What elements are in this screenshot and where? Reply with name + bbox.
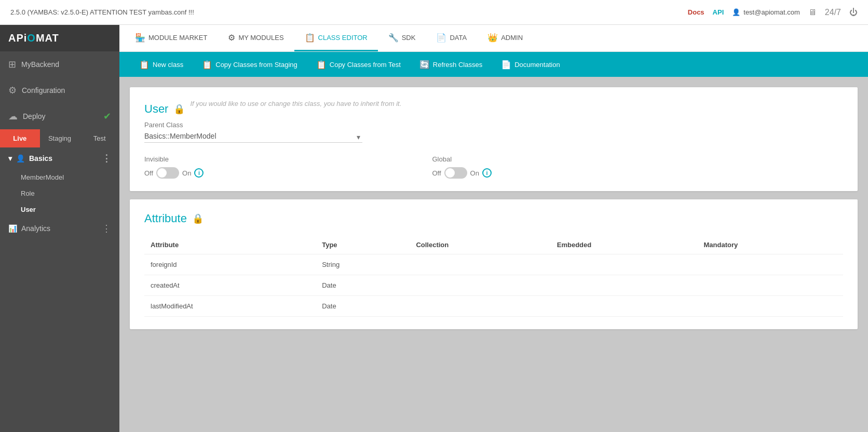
data-icon: 📄 bbox=[436, 33, 446, 43]
power-icon[interactable]: ⏻ bbox=[849, 8, 858, 17]
env-tabs: Live Staging Test bbox=[0, 129, 119, 147]
env-tab-live[interactable]: Live bbox=[0, 129, 40, 147]
page-content: User 🔒 If you would like to use or chang… bbox=[119, 77, 868, 432]
table-header-row: Attribute Type Collection Embedded Manda… bbox=[144, 236, 843, 254]
copy-classes-from-test-button[interactable]: 📋 Copy Classes from Test bbox=[307, 52, 410, 77]
invisible-toggle-control: Off On i bbox=[144, 167, 204, 179]
lock-icon: 🔒 bbox=[173, 103, 185, 115]
cell-last-modified-type: Date bbox=[316, 296, 410, 317]
sidebar-item-mybackend[interactable]: ⊞ MyBackend bbox=[0, 51, 119, 77]
table-row: createdAt Date bbox=[144, 275, 843, 296]
copy-staging-icon: 📋 bbox=[202, 60, 212, 70]
main-content: 🏪 MODULE MARKET ⚙ MY MODULES 📋 CLASS EDI… bbox=[119, 25, 868, 432]
mybackend-icon: ⊞ bbox=[8, 59, 16, 70]
global-off-label: Off bbox=[432, 169, 441, 177]
logo-text: APiOMAT bbox=[8, 32, 59, 44]
sidebar-item-analytics[interactable]: 📊 Analytics ⋮ bbox=[0, 218, 119, 239]
cell-foreign-id-embedded bbox=[551, 254, 698, 275]
new-class-icon: 📋 bbox=[139, 60, 150, 70]
deploy-icon: ☁ bbox=[8, 111, 18, 122]
copy-classes-from-staging-button[interactable]: 📋 Copy Classes from Staging bbox=[193, 52, 307, 77]
global-on-label: On bbox=[470, 169, 479, 177]
class-editor-icon: 📋 bbox=[305, 33, 315, 43]
sidebar-sub-item-user[interactable]: User bbox=[0, 201, 119, 218]
top-bar: 2.5.0 (YAMBAS: v2.5.0-E) ATTENTION TEST … bbox=[0, 0, 868, 25]
support-icon[interactable]: 24/7 bbox=[825, 8, 841, 17]
cell-last-modified: lastModifiedAt bbox=[144, 296, 316, 317]
attribute-title: Attribute bbox=[144, 212, 187, 225]
configuration-icon: ⚙ bbox=[8, 85, 17, 96]
sidebar-item-configuration[interactable]: ⚙ Configuration bbox=[0, 77, 119, 103]
refresh-classes-button[interactable]: 🔄 Refresh Classes bbox=[410, 52, 492, 77]
documentation-icon: 📄 bbox=[501, 60, 511, 70]
global-toggle-control: Off On i bbox=[432, 167, 491, 179]
col-attribute: Attribute bbox=[144, 236, 316, 254]
cell-foreign-id-collection bbox=[410, 254, 550, 275]
invisible-toggle-switch[interactable] bbox=[156, 167, 179, 179]
cell-last-modified-mandatory bbox=[698, 296, 843, 317]
toggle-row: Invisible Off On i Global Off bbox=[144, 155, 843, 179]
user-title: User bbox=[144, 102, 168, 116]
admin-icon: 👑 bbox=[487, 33, 498, 43]
user-icon: 👤 bbox=[732, 8, 740, 16]
global-toggle-group: Global Off On i bbox=[432, 155, 491, 179]
tab-sdk[interactable]: 🔧 SDK bbox=[378, 25, 426, 51]
tab-data[interactable]: 📄 DATA bbox=[426, 25, 477, 51]
sidebar: APiOMAT ⊞ MyBackend ⚙ Configuration ☁ De… bbox=[0, 25, 119, 432]
sidebar-sub-item-membermodel[interactable]: MemberModel bbox=[0, 169, 119, 185]
sidebar-sub-item-role[interactable]: Role bbox=[0, 185, 119, 201]
cell-created-at-mandatory bbox=[698, 275, 843, 296]
cell-foreign-id-type: String bbox=[316, 254, 410, 275]
attribute-table-header: Attribute Type Collection Embedded Manda… bbox=[144, 236, 843, 254]
layout: APiOMAT ⊞ MyBackend ⚙ Configuration ☁ De… bbox=[0, 25, 868, 432]
cell-created-at-collection bbox=[410, 275, 550, 296]
tab-admin[interactable]: 👑 ADMIN bbox=[477, 25, 533, 51]
cell-created-at-embedded bbox=[551, 275, 698, 296]
table-row: lastModifiedAt Date bbox=[144, 296, 843, 317]
parent-class-select-wrapper: Basics::MemberModel ▾ bbox=[144, 132, 362, 143]
env-tab-test[interactable]: Test bbox=[79, 129, 119, 147]
documentation-button[interactable]: 📄 Documentation bbox=[492, 52, 569, 77]
attribute-table-body: foreignId String createdAt Date bbox=[144, 254, 843, 317]
col-mandatory: Mandatory bbox=[698, 236, 843, 254]
cell-foreign-id-mandatory bbox=[698, 254, 843, 275]
global-info-icon[interactable]: i bbox=[482, 168, 492, 178]
user-card-title: User 🔒 If you would like to use or chang… bbox=[144, 100, 843, 118]
nav-tabs: 🏪 MODULE MARKET ⚙ MY MODULES 📋 CLASS EDI… bbox=[119, 25, 868, 52]
sidebar-section-basics[interactable]: ▾ 👤 Basics ⋮ bbox=[0, 147, 119, 169]
parent-class-select[interactable]: Basics::MemberModel bbox=[144, 132, 362, 140]
user-subtitle: If you would like to use or change this … bbox=[190, 100, 401, 107]
cell-last-modified-embedded bbox=[551, 296, 698, 317]
notifications-icon[interactable]: 🖥 bbox=[808, 8, 817, 17]
tab-class-editor[interactable]: 📋 CLASS EDITOR bbox=[294, 25, 378, 51]
analytics-icon: 📊 bbox=[8, 224, 17, 233]
invisible-toggle-group: Invisible Off On i bbox=[144, 155, 204, 179]
tab-my-modules[interactable]: ⚙ MY MODULES bbox=[218, 25, 294, 51]
invisible-info-icon[interactable]: i bbox=[194, 168, 204, 178]
tab-module-market[interactable]: 🏪 MODULE MARKET bbox=[125, 25, 218, 51]
cell-created-at: createdAt bbox=[144, 275, 316, 296]
col-type: Type bbox=[316, 236, 410, 254]
toolbar: 📋 New class 📋 Copy Classes from Staging … bbox=[119, 52, 868, 77]
new-class-button[interactable]: 📋 New class bbox=[130, 52, 193, 77]
attribute-table: Attribute Type Collection Embedded Manda… bbox=[144, 236, 843, 317]
basics-more-icon[interactable]: ⋮ bbox=[102, 153, 111, 164]
env-tab-staging[interactable]: Staging bbox=[40, 129, 80, 147]
deploy-check-icon: ✔ bbox=[103, 111, 111, 122]
version-title: 2.5.0 (YAMBAS: v2.5.0-E) ATTENTION TEST … bbox=[10, 8, 688, 16]
global-toggle-switch[interactable] bbox=[444, 167, 467, 179]
chevron-down-icon: ▾ bbox=[8, 154, 12, 163]
cell-last-modified-collection bbox=[410, 296, 550, 317]
docs-link[interactable]: Docs bbox=[688, 8, 704, 16]
analytics-more-icon[interactable]: ⋮ bbox=[102, 223, 111, 234]
parent-class-label: Parent Class bbox=[144, 121, 843, 129]
attribute-card-title: Attribute 🔒 bbox=[144, 212, 843, 225]
sidebar-item-deploy[interactable]: ☁ Deploy ✔ bbox=[0, 103, 119, 129]
invisible-label: Invisible bbox=[144, 155, 204, 163]
global-label: Global bbox=[432, 155, 491, 163]
col-embedded: Embedded bbox=[551, 236, 698, 254]
attribute-card: Attribute 🔒 Attribute Type Collection Em… bbox=[130, 199, 858, 329]
copy-test-icon: 📋 bbox=[316, 60, 327, 70]
col-collection: Collection bbox=[410, 236, 550, 254]
api-link[interactable]: API bbox=[713, 8, 724, 16]
